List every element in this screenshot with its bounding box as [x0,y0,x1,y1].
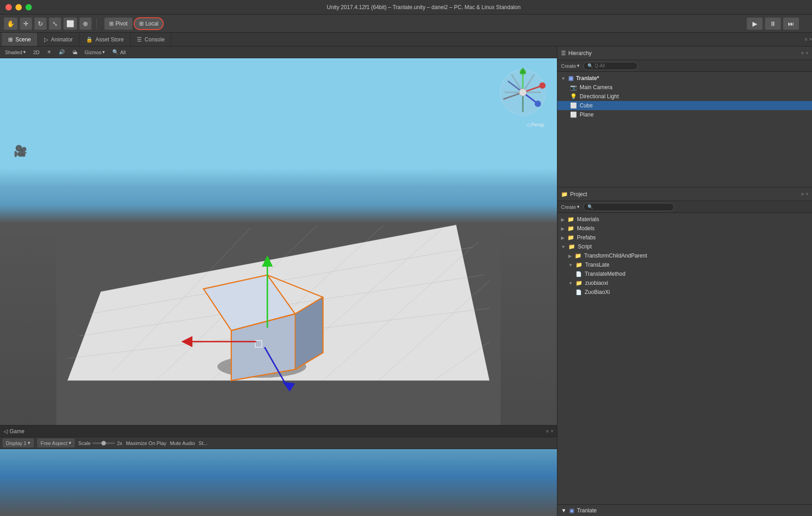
project-menu-icon[interactable]: ≡ [801,192,804,197]
gizmos-dropdown[interactable]: Gizmos ▾ [82,48,107,56]
audio-button[interactable]: 🔊 [56,48,67,56]
aspect-dropdown[interactable]: Free Aspect ▾ [37,439,75,447]
translate-folder-icon: 📁 [576,262,582,268]
mute-audio-label[interactable]: Mute Audio [170,440,195,446]
svg-line-12 [79,275,484,336]
game-tab-bar: ◁ Game ≡ × [0,425,557,437]
tab-scene[interactable]: ⊞ Scene [2,33,38,46]
lighting-button[interactable]: ☀ [45,48,54,56]
shaded-chevron-icon: ▾ [23,49,26,55]
prefabs-folder-icon: 📁 [567,234,574,241]
move-tool-button[interactable]: ✛ [20,17,32,30]
tab-options-button[interactable]: ≡ [805,37,807,42]
project-lock-icon[interactable]: × [806,192,808,197]
proj-item-zuobiaoxi[interactable]: ▼ 📁 zuobiaoxi [557,278,812,288]
svg-point-44 [535,101,541,107]
pivot-icon: ⊞ [109,20,114,27]
stats-label[interactable]: St... [199,440,208,446]
display-dropdown[interactable]: Display 1 ▾ [3,439,34,447]
scale-slider-track[interactable] [92,442,115,444]
project-header: 📁 Project ≡ × [557,187,812,201]
hierarchy-item-tranlate[interactable]: ▼ ▣ Tranlate* [557,74,812,83]
tab-lock-button[interactable]: × [809,37,812,42]
hierarchy-item-main-camera[interactable]: 📷 Main Camera [557,83,812,92]
proj-item-models[interactable]: ▶ 📁 Models [557,224,812,233]
rect-tool-button[interactable]: ⬜ [63,17,77,30]
svg-marker-16 [231,314,295,381]
translate-expand-icon: ▼ [568,263,573,268]
models-folder-icon: 📁 [567,225,574,232]
proj-item-zuobiaox-script[interactable]: 📄 ZuoBiaoXi [557,288,812,297]
proj-item-translate-method[interactable]: 📄 TranslateMethod [557,269,812,278]
titlebar: Unity 2017.4.12f1 (64bit) – Tranlate.uni… [0,0,812,15]
svg-rect-0 [56,225,501,425]
game-tab-options: ≡ × [546,429,553,434]
game-panel-menu-icon[interactable]: ≡ [546,429,549,434]
viewport-svg [0,58,557,425]
maximize-button[interactable] [25,4,32,10]
shaded-dropdown[interactable]: Shaded ▾ [3,48,28,56]
close-button[interactable] [5,4,12,10]
svg-line-4 [156,225,317,380]
scale-control: Scale 2x [78,440,122,446]
proj-item-transform-child[interactable]: ▶ 📁 TransformChildAndParent [557,251,812,260]
hierarchy-search-box[interactable]: 🔍 Q◦All [583,62,638,70]
tab-asset-store[interactable]: 🔒 Asset Store [80,33,130,46]
pause-button[interactable]: ⏸ [765,17,781,30]
svg-line-6 [267,226,445,380]
scene-tab-icon: ⊞ [8,36,13,43]
hierarchy-menu-icon[interactable]: ≡ [801,51,804,56]
proj-item-materials[interactable]: ▶ 📁 Materials [557,215,812,224]
hand-tool-button[interactable]: ✋ [4,17,18,30]
skybox-button[interactable]: 🌥 [70,49,80,56]
local-button[interactable]: ⊞ Local [134,17,164,30]
hierarchy-header: ☰ Hierarchy ≡ × [557,46,812,60]
proj-item-prefabs[interactable]: ▶ 📁 Prefabs [557,233,812,242]
hierarchy-item-plane[interactable]: ⬜ Plane [557,110,812,119]
project-search-box[interactable]: 🔍 [583,203,674,211]
svg-line-21 [267,275,323,297]
transform-child-expand-icon: ▶ [568,253,572,258]
proj-item-translate[interactable]: ▼ 📁 TransLate [557,260,812,269]
transform-tool-button[interactable]: ⊕ [79,17,92,30]
svg-rect-23 [255,340,262,347]
hierarchy-toolbar: Create ▾ 🔍 Q◦All [557,60,812,72]
game-panel-close-icon[interactable]: × [551,429,553,434]
prefabs-expand-icon: ▶ [561,235,565,240]
game-tab-label[interactable]: ◁ Game [4,428,25,435]
zuobiaox-script-icon: 📄 [576,289,582,295]
pivot-local-group: ⊞ Pivot ⊞ Local [104,17,164,30]
tab-animator[interactable]: ▷ Animator [38,33,80,46]
svg-marker-29 [282,382,295,392]
play-button[interactable]: ▶ [747,17,763,30]
maximize-on-play-label[interactable]: Maximize On Play [126,440,166,446]
step-button[interactable]: ⏭ [783,17,799,30]
project-icon: 📁 [561,191,568,197]
tab-console[interactable]: ☰ Console [130,33,171,46]
hierarchy-lock-icon[interactable]: × [806,51,808,56]
zuobiaoxi-folder-icon: 📁 [576,280,582,286]
hierarchy-item-cube[interactable]: ⬜ Cube [557,101,812,110]
minimize-button[interactable] [15,4,22,10]
rotate-tool-button[interactable]: ↻ [34,17,47,30]
svg-line-10 [101,225,456,292]
project-create-button[interactable]: Create ▾ [561,204,580,210]
left-panel: Shaded ▾ 2D ☀ 🔊 🌥 Gizmos ▾ 🔍 All [0,46,557,516]
pivot-button[interactable]: ⊞ Pivot [104,17,133,30]
scene-search[interactable]: 🔍 All [110,48,128,56]
scene-viewport[interactable]: 🎥 [0,58,557,425]
models-expand-icon: ▶ [561,226,565,231]
svg-line-9 [434,342,489,380]
game-tab-icon: ◁ [4,428,8,435]
2d-button[interactable]: 2D [31,49,42,56]
svg-marker-25 [262,256,273,267]
proj-item-script[interactable]: ▼ 📁 Script [557,242,812,251]
game-panel: ◁ Game ≡ × Display 1 ▾ Free Aspect ▾ [0,425,557,516]
zuobiaoxi-expand-icon: ▼ [568,281,573,286]
hierarchy-create-button[interactable]: Create ▾ [561,63,580,69]
hierarchy-item-directional-light[interactable]: 💡 Directional Light [557,92,812,101]
scale-tool-button[interactable]: ⤡ [49,17,61,30]
svg-marker-17 [204,275,296,330]
scale-slider-thumb[interactable] [101,441,106,445]
hierarchy-panel: ☰ Hierarchy ≡ × Create ▾ 🔍 Q◦All [557,46,812,187]
